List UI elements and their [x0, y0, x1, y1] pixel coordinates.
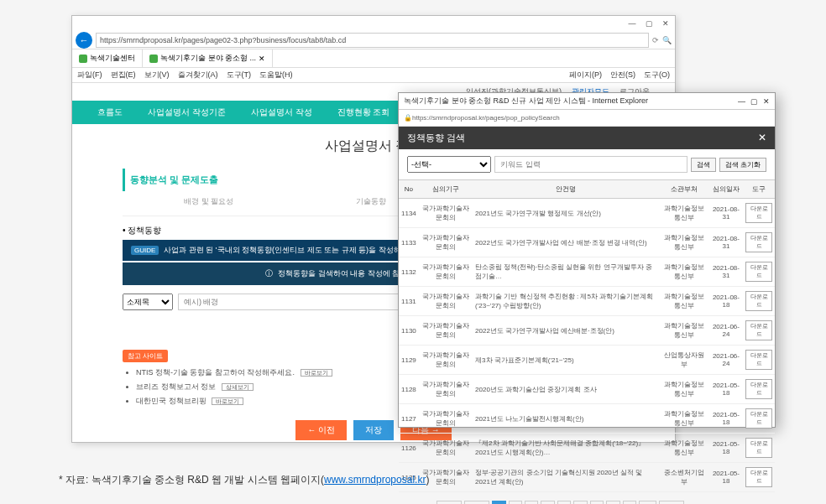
ref-link-2[interactable]: 상세보기	[222, 383, 254, 391]
close-tab-icon[interactable]: ✕	[259, 55, 265, 63]
tab-1[interactable]: 녹색기술센터	[72, 49, 143, 67]
download-button[interactable]: 다운로드	[745, 320, 772, 340]
popup-header-title: 정책동향 검색	[407, 132, 465, 144]
popup-reset-button[interactable]: 검색 초기화	[719, 158, 766, 172]
download-button[interactable]: 다운로드	[745, 262, 772, 282]
page-number[interactable]: 10	[639, 501, 656, 504]
menu-edit[interactable]: 편집(E)	[111, 70, 136, 81]
popup-window-title: 녹색기후기술 분야 중소형 R&D 신규 사업 제안 시스템 - Interne…	[404, 96, 648, 107]
menu-file[interactable]: 파일(F)	[77, 70, 102, 81]
page-first[interactable]: 처음	[437, 501, 462, 504]
popup-titlebar: 녹색기후기술 분야 중소형 R&D 신규 사업 제안 시스템 - Interne…	[399, 93, 775, 110]
table-row: 1125국가과학기술자문회의정부·공공기관의 중소기업 기술혁신지원 2020년…	[399, 463, 775, 492]
download-button[interactable]: 다운로드	[745, 467, 772, 487]
cell-title[interactable]: 『제2차 과학기술기반 사회문제해결 종합계획('18~'22)』 2021년도…	[473, 434, 660, 463]
page-number[interactable]: 8	[606, 501, 620, 504]
toolbar-tools[interactable]: 도구(O)	[644, 70, 670, 81]
cell-title[interactable]: 정부·공공기관의 중소기업 기술혁신지원 2020년 실적 및 2021년 계획…	[473, 463, 660, 492]
nav-progress[interactable]: 진행현황 조회	[337, 107, 390, 118]
cell-date: 2021-08-31	[709, 199, 744, 228]
close-button[interactable]: ✕	[660, 19, 672, 28]
popup-keyword-input[interactable]	[494, 156, 687, 173]
cell-dept: 산업통상자원부	[660, 346, 709, 375]
nav-criteria[interactable]: 사업설명서 작성기준	[148, 107, 226, 118]
cell-title[interactable]: 제3차 국가표준기본계획('21~'25)	[473, 346, 660, 375]
popup-search-button[interactable]: 검색	[691, 158, 716, 172]
cell-title[interactable]: 2021년도 나노기술발전시행계획(안)	[473, 404, 660, 434]
page-number[interactable]: 6	[573, 501, 587, 504]
refresh-icon[interactable]: ⟳	[652, 36, 659, 44]
popup-filter-select[interactable]: -선택-	[407, 156, 491, 173]
table-row: 1128국가과학기술자문회의2020년도 과학기술산업 중장기계획 조사과학기술…	[399, 375, 775, 404]
cell-title[interactable]: 탄소중립 정책(전략)·탄소중립 실현을 위한 연구개발투자 중점기술…	[473, 257, 660, 287]
cell-org: 국가과학기술자문회의	[419, 346, 473, 375]
cell-title[interactable]: 2022년도 국가연구개발사업 예산 배분·조정 변경 내역(안)	[473, 228, 660, 257]
maximize-button[interactable]: ▢	[643, 19, 655, 28]
source-link[interactable]: www.smrndproposal.kr	[324, 474, 426, 486]
cell-date: 2021-05-18	[709, 463, 744, 492]
popup-close-button[interactable]: ✕	[763, 97, 770, 106]
menu-tools[interactable]: 도구(T)	[227, 70, 252, 81]
page-next[interactable]: 다음	[659, 501, 684, 504]
download-button[interactable]: 다운로드	[745, 438, 772, 458]
download-button[interactable]: 다운로드	[745, 350, 772, 370]
col-dept: 소관부처	[660, 180, 709, 199]
nav-write[interactable]: 사업설명서 작성	[251, 107, 312, 118]
nav-flow[interactable]: 흐름도	[97, 107, 123, 118]
download-button[interactable]: 다운로드	[745, 232, 772, 252]
cell-no: 1128	[399, 375, 419, 404]
tab-2[interactable]: 녹색기후기술 분야 중소형 ... ✕	[143, 49, 273, 67]
page-number[interactable]: 2	[509, 501, 522, 504]
cell-date: 2021-05-18	[709, 434, 744, 463]
cell-dept: 과학기술정보통신부	[660, 434, 709, 463]
url-input[interactable]: https://smrndproposal.kr/pages/page02-3.…	[96, 33, 649, 48]
menu-view[interactable]: 보기(V)	[144, 70, 170, 81]
page-number[interactable]: 9	[623, 501, 636, 504]
subnav-1[interactable]: 배경 및 필요성	[184, 196, 233, 207]
cell-org: 국가과학기술자문회의	[419, 257, 473, 287]
cell-title[interactable]: 2020년도 과학기술산업 중장기계획 조사	[473, 375, 660, 404]
ref-link-3[interactable]: 바로보기	[212, 397, 243, 405]
toolbar-safety[interactable]: 안전(S)	[610, 70, 635, 81]
back-button[interactable]: ←	[76, 32, 92, 49]
col-org: 심의기구	[419, 180, 473, 199]
search-icon[interactable]: 🔍	[662, 36, 672, 44]
menu-fav[interactable]: 즐겨찾기(A)	[178, 70, 218, 81]
page-number[interactable]: 5	[557, 501, 571, 504]
table-row: 1126국가과학기술자문회의『제2차 과학기술기반 사회문제해결 종합계획('1…	[399, 434, 775, 463]
window-titlebar: — ▢ ✕	[72, 16, 675, 31]
toolbar-page[interactable]: 페이지(P)	[569, 70, 602, 81]
menubar: 파일(F) 편집(E) 보기(V) 즐겨찾기(A) 도구(T) 도움말(H) 페…	[72, 68, 675, 83]
minimize-button[interactable]: —	[626, 19, 638, 28]
download-button[interactable]: 다운로드	[745, 203, 772, 223]
ref-link-1[interactable]: 바로보기	[301, 369, 332, 377]
prev-button[interactable]: ← 이전	[295, 420, 347, 440]
save-button[interactable]: 저장	[353, 420, 394, 440]
cell-org: 국가과학기술자문회의	[419, 199, 473, 228]
cell-date: 2021-06-24	[709, 316, 744, 346]
cell-title[interactable]: 2021년도 국가연구개발 행정제도 개선(안)	[473, 199, 660, 228]
download-button[interactable]: 다운로드	[745, 408, 772, 429]
popup-dismiss-button[interactable]: ✕	[758, 132, 766, 144]
cell-dept: 과학기술정보통신부	[660, 316, 709, 346]
menu-help[interactable]: 도움말(H)	[259, 70, 293, 81]
popup-max-button[interactable]: ▢	[750, 97, 758, 106]
page-number[interactable]: 1	[492, 501, 505, 504]
popup-address-bar[interactable]: 🔒 https://smrndproposal.kr/pages/pop_pol…	[399, 110, 775, 127]
subtitle-select[interactable]: 소제목	[123, 294, 173, 310]
page-number[interactable]: 7	[590, 501, 604, 504]
download-button[interactable]: 다운로드	[745, 291, 772, 311]
cell-date: 2021-06-24	[709, 346, 744, 375]
download-button[interactable]: 다운로드	[745, 379, 772, 399]
cell-date: 2021-05-18	[709, 375, 744, 404]
page-last[interactable]: 끝 (114 Page)	[687, 501, 737, 504]
col-tool: 도구	[743, 180, 775, 199]
subnav-2[interactable]: 기술동향	[356, 196, 386, 207]
col-date: 심의일자	[709, 180, 744, 199]
page-number[interactable]: 4	[541, 501, 554, 504]
page-prev[interactable]: 이전	[464, 501, 489, 504]
page-number[interactable]: 3	[525, 501, 538, 504]
popup-min-button[interactable]: —	[738, 97, 745, 106]
cell-title[interactable]: 2022년도 국가연구개발사업 예산배분·조정(안)	[473, 316, 660, 346]
cell-title[interactable]: 과학기술 기반 혁신정책 추진현황 : 제5차 과학기술기본계획('23~'27…	[473, 287, 660, 316]
